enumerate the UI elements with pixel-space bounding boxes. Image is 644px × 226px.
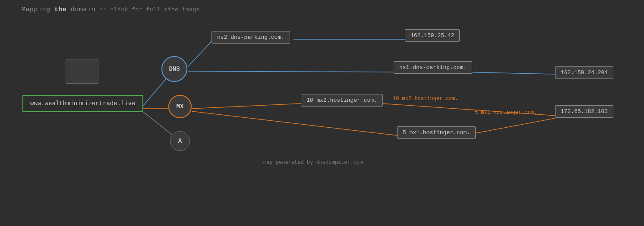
mx2-box-label: 10 mx2.hostinger.com.	[306, 97, 377, 104]
thumbnail-box	[66, 60, 98, 84]
ip3-label: 172.65.182.103	[561, 108, 608, 115]
mx1-edge-label: 5 mx1.hostinger.com.	[475, 110, 537, 116]
ip1-label: 162.159.25.42	[410, 32, 454, 39]
dns-node: DNS	[161, 56, 187, 82]
ip2-label: 162.159.24.201	[561, 69, 608, 76]
header-highlight: the	[54, 6, 67, 13]
ip1-node: 162.159.25.42	[405, 29, 460, 42]
domain-label: www.wealthminimizertrade.live	[30, 100, 136, 107]
svg-line-4	[188, 71, 394, 72]
mx-label: MX	[177, 103, 184, 110]
ip3-node: 172.65.182.103	[555, 105, 613, 118]
header-domain-word: domain	[71, 6, 95, 13]
mx2-node: 10 mx2.hostinger.com.	[301, 94, 383, 107]
a-label: A	[178, 138, 182, 144]
footer-text: map generated by dnsdumpster.com	[263, 160, 363, 166]
a-node: A	[170, 131, 190, 151]
ns1-node: ns1.dns-parking.com.	[394, 61, 472, 74]
mx1-box-label: 5 mx1.hostinger.com.	[403, 129, 470, 136]
ip2-node: 162.159.24.201	[555, 66, 613, 79]
svg-line-7	[192, 104, 301, 109]
footer: map generated by dnsdumpster.com	[263, 160, 363, 166]
svg-line-6	[464, 72, 555, 74]
header-prefix: Mapping	[22, 6, 51, 13]
mx1-node: 5 mx1.hostinger.com.	[397, 126, 476, 139]
svg-line-8	[192, 111, 397, 135]
domain-node: www.wealthminimizertrade.live	[22, 95, 143, 112]
page-header: Mapping the domain ** click for full siz…	[22, 6, 200, 13]
ns2-label: ns2.dns-parking.com.	[217, 34, 284, 41]
ns1-label: ns1.dns-parking.com.	[399, 64, 467, 71]
svg-line-3	[188, 41, 212, 67]
header-click-hint[interactable]: ** click for full size image	[100, 6, 200, 13]
ns2-node: ns2.dns-parking.com.	[212, 31, 290, 44]
mx-node: MX	[168, 95, 192, 118]
svg-line-10	[464, 118, 555, 135]
mx2-edge-label: 10 mx2.hostinger.com.	[393, 96, 458, 102]
dns-label: DNS	[169, 66, 180, 72]
